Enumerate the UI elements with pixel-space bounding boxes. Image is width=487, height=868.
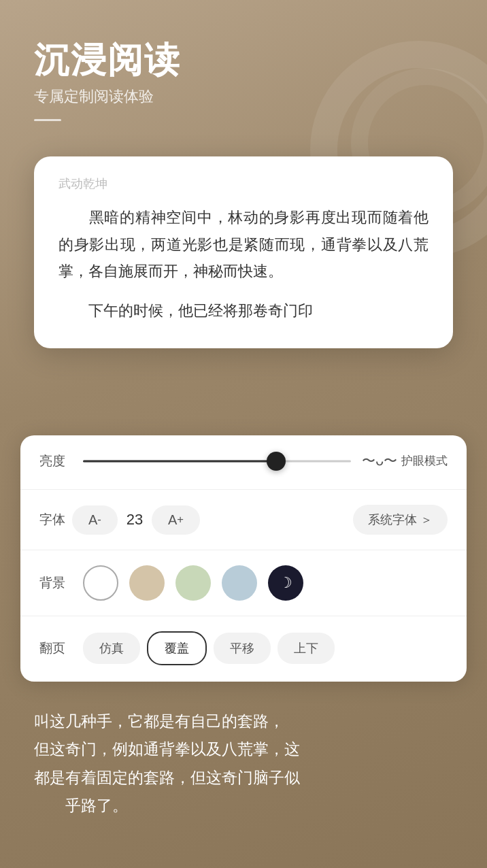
slider-fill [83, 460, 276, 462]
font-controls: A- 23 A+ [72, 505, 353, 535]
font-label: 字体 [39, 511, 72, 529]
bg-option-beige[interactable] [129, 565, 165, 601]
page-title: 沉浸阅读 [34, 41, 181, 80]
eye-icon: 〜ᴗ〜 [362, 452, 397, 470]
pageturn-options: 仿真 覆盖 平移 上下 [83, 631, 335, 665]
divider-2 [20, 550, 467, 550]
bg-options: ☽ [83, 565, 303, 601]
pageturn-simulated[interactable]: 仿真 [83, 633, 140, 664]
bottom-text-block: 叫这几种手，它都是有自己的套路， 但这奇门，例如通背拳以及八荒掌，这 都是有着固… [34, 707, 467, 820]
reading-card: 武动乾坤 黑暗的精神空间中，林动的身影再度出现而随着他的身影出现，两道光影也是紧… [34, 156, 453, 348]
brightness-row: 亮度 〜ᴗ〜 护眼模式 [39, 452, 448, 470]
bg-label: 背景 [39, 574, 72, 592]
slider-track [83, 460, 351, 462]
control-panel: 亮度 〜ᴗ〜 护眼模式 字体 A- 23 A+ 系统字体 ＞ 背景 [20, 435, 467, 682]
pageturn-scroll[interactable]: 上下 [278, 633, 335, 664]
pageturn-cover[interactable]: 覆盖 [147, 631, 207, 665]
header-divider [34, 119, 61, 121]
brightness-label: 亮度 [39, 452, 72, 470]
bottom-line2: 但这奇门，例如通背拳以及八荒掌，这 [34, 740, 300, 758]
page-subtitle: 专属定制阅读体验 [34, 86, 181, 107]
bg-option-white[interactable] [83, 565, 118, 601]
book-title: 武动乾坤 [58, 176, 429, 192]
divider-3 [20, 616, 467, 616]
bottom-line3: 都是有着固定的套路，但这奇门脑子似 [34, 769, 300, 786]
font-type-button[interactable]: 系统字体 ＞ [353, 505, 448, 535]
reading-text-p2: 下午的时候，他已经将那卷奇门印 [58, 297, 429, 324]
bg-option-black[interactable]: ☽ [268, 565, 303, 601]
bottom-line1: 叫这几种手，它都是有自己的套路， [34, 712, 284, 730]
pageturn-label: 翻页 [39, 639, 72, 657]
pageturn-slide[interactable]: 平移 [214, 633, 271, 664]
background-row: 背景 ☽ [39, 565, 448, 601]
moon-icon: ☽ [279, 574, 292, 592]
bottom-reading: 叫这几种手，它都是有自己的套路， 但这奇门，例如通背拳以及八荒掌，这 都是有着固… [34, 707, 467, 820]
bg-option-green[interactable] [175, 565, 211, 601]
eye-mode-toggle[interactable]: 〜ᴗ〜 护眼模式 [362, 452, 448, 470]
font-increase-button[interactable]: A+ [152, 505, 200, 535]
divider-1 [20, 489, 467, 490]
pageturn-row: 翻页 仿真 覆盖 平移 上下 [39, 631, 448, 665]
bottom-line4: 乎路了。 [34, 797, 128, 814]
bg-option-blue[interactable] [222, 565, 257, 601]
header: 沉浸阅读 专属定制阅读体验 [34, 41, 181, 121]
font-row: 字体 A- 23 A+ 系统字体 ＞ [39, 505, 448, 535]
slider-thumb[interactable] [267, 452, 286, 471]
font-size-display: 23 [118, 511, 152, 529]
reading-text-p1: 黑暗的精神空间中，林动的身影再度出现而随着他的身影出现，两道光影也是紧随而现，通… [58, 204, 429, 285]
font-decrease-button[interactable]: A- [72, 505, 118, 535]
eye-mode-label: 护眼模式 [401, 453, 448, 469]
brightness-slider[interactable] [83, 460, 351, 463]
